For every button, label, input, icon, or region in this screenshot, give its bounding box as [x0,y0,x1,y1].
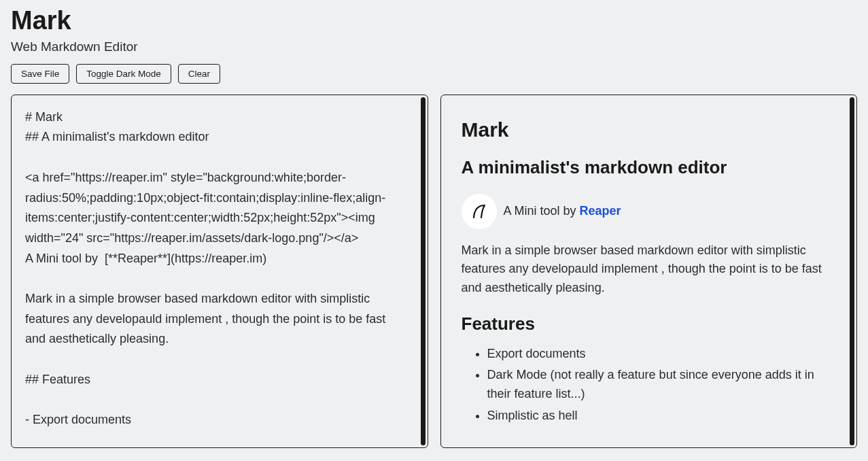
byline-prefix: A Mini tool by [504,204,580,218]
markdown-preview: Mark A minimalist's markdown editor A Mi… [441,95,857,441]
app-subtitle: Web Markdown Editor [11,39,857,54]
editor-scrollbar[interactable] [421,97,426,445]
preview-scrollbar[interactable] [850,97,854,445]
clear-button[interactable]: Clear [178,64,220,84]
app-title: Mark [11,7,857,35]
preview-features-heading: Features [462,310,837,337]
preview-byline: A Mini tool by Reaper [462,194,837,229]
list-item: Export documents [487,345,837,364]
reaper-logo-icon[interactable] [462,194,497,229]
list-item: Simplistic as hell [487,407,837,426]
byline-link[interactable]: Reaper [580,204,621,218]
preview-pane: Mark A minimalist's markdown editor A Mi… [440,95,858,448]
list-item: Dark Mode (not really a feature but sinc… [487,366,837,404]
preview-features-list: Export documents Dark Mode (not really a… [462,345,837,426]
preview-h2: A minimalist's markdown editor [462,154,837,181]
toggle-dark-mode-button[interactable]: Toggle Dark Mode [76,64,171,84]
preview-h1: Mark [462,114,837,146]
save-file-button[interactable]: Save File [11,64,69,84]
preview-intro: Mark in a simple browser based markdown … [462,241,837,298]
markdown-editor[interactable]: # Mark ## A minimalist's markdown editor… [12,95,428,443]
toolbar: Save File Toggle Dark Mode Clear [11,64,857,84]
editor-pane: # Mark ## A minimalist's markdown editor… [11,95,428,448]
